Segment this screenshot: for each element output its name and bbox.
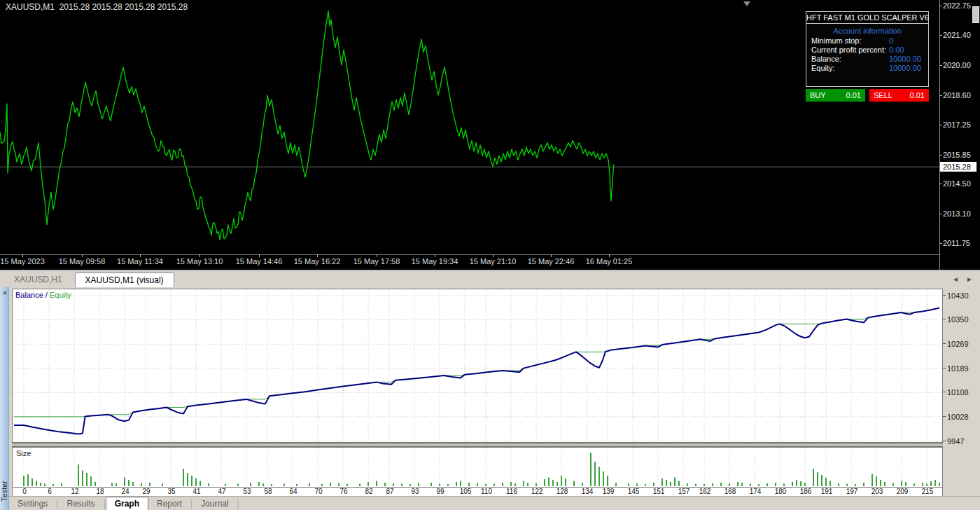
price-line-chart[interactable] bbox=[0, 0, 939, 254]
graph-x-label: 87 bbox=[386, 488, 393, 495]
time-axis-label: 16 May 01:25 bbox=[586, 257, 633, 266]
ea-row-value: 0.00 bbox=[889, 46, 904, 55]
price-axis-label: 2022.75 bbox=[943, 1, 971, 10]
axis-corner-box bbox=[972, 6, 979, 23]
ea-info-row: Current profit percent:0.00 bbox=[806, 46, 928, 55]
buy-button[interactable]: BUY 0.01 bbox=[806, 89, 865, 102]
buy-lot-value: 0.01 bbox=[846, 91, 861, 99]
graph-x-label: 12 bbox=[71, 488, 78, 495]
price-axis-tick bbox=[939, 243, 942, 244]
graph-x-label: 186 bbox=[800, 488, 812, 495]
price-axis-label: 2015.85 bbox=[943, 151, 971, 159]
graph-x-label: 168 bbox=[724, 488, 736, 495]
graph-x-label: 18 bbox=[96, 488, 104, 495]
graph-x-label: 209 bbox=[897, 488, 909, 495]
tab-xauusd-h1[interactable]: XAUUSD,H1 bbox=[4, 273, 72, 288]
graph-x-label: 122 bbox=[531, 488, 543, 495]
price-chart-area[interactable]: XAUUSD,M1 2015.28 2015.28 2015.28 2015.2… bbox=[0, 0, 980, 270]
legend-separator: / bbox=[43, 291, 50, 299]
tester-tab-bar: Settings|Results|GraphReport|Journal| bbox=[9, 496, 980, 510]
ea-row-value: 0 bbox=[889, 36, 893, 46]
ea-info-row: Balance:10000.00 bbox=[806, 55, 928, 64]
graph-x-axis: 0612182429354147535864707682879399105110… bbox=[12, 488, 943, 496]
graph-x-label: 203 bbox=[872, 488, 883, 495]
ea-info-row: Minimum stop:0 bbox=[806, 36, 928, 46]
ea-info-panel: HFT FAST M1 GOLD SCALPER V6 Account info… bbox=[806, 11, 929, 87]
time-axis-tick bbox=[551, 254, 552, 257]
price-axis-tick bbox=[939, 155, 942, 156]
time-axis-tick bbox=[259, 254, 260, 257]
tab-scroll-right-icon[interactable]: ► bbox=[965, 275, 974, 283]
tab-scroll-left-icon[interactable]: ◄ bbox=[951, 275, 960, 283]
graph-x-label: 82 bbox=[365, 488, 372, 495]
price-axis-separator bbox=[939, 0, 940, 270]
time-axis-label: 15 May 21:10 bbox=[470, 257, 517, 266]
price-axis-label: 2021.40 bbox=[943, 31, 971, 39]
close-icon[interactable]: × bbox=[1, 289, 9, 297]
ea-row-value: 10000.00 bbox=[889, 55, 921, 64]
graph-y-tick bbox=[943, 319, 946, 319]
time-axis-border bbox=[0, 254, 939, 255]
graph-x-label: 53 bbox=[243, 488, 251, 495]
time-axis-label: 15 May 11:34 bbox=[117, 257, 163, 266]
graph-legend: Balance / Equity bbox=[15, 291, 71, 299]
tester-panel-label: Tester bbox=[0, 481, 9, 502]
graph-x-label: 116 bbox=[506, 488, 517, 495]
time-axis-label: 15 May 17:58 bbox=[354, 257, 400, 266]
graph-x-label: 139 bbox=[603, 488, 615, 495]
graph-y-tick bbox=[943, 368, 946, 368]
price-axis-tick bbox=[939, 35, 942, 36]
time-axis-tick bbox=[609, 254, 610, 257]
tester-panel: × Tester Balance / Equity 10430103501026… bbox=[0, 287, 980, 510]
graph-x-label: 134 bbox=[582, 488, 594, 495]
legend-balance: Balance bbox=[15, 291, 43, 299]
time-axis-label: 15 May 09:58 bbox=[59, 257, 106, 266]
graph-x-label: 215 bbox=[922, 488, 934, 495]
mt4-strategy-tester-window: XAUUSD,M1 2015.28 2015.28 2015.28 2015.2… bbox=[0, 0, 980, 510]
tab-journal[interactable]: Journal bbox=[192, 498, 237, 509]
graph-x-label: 128 bbox=[556, 488, 568, 495]
graph-x-label: 24 bbox=[121, 488, 129, 495]
graph-x-label: 76 bbox=[340, 488, 347, 495]
balance-equity-chart bbox=[13, 289, 942, 442]
size-label: Size bbox=[16, 449, 31, 457]
price-axis-label: 2011.75 bbox=[943, 239, 970, 247]
ea-title: HFT FAST M1 GOLD SCALPER V6 bbox=[806, 12, 928, 24]
tab-report[interactable]: Report bbox=[148, 498, 190, 509]
graph-x-label: 0 bbox=[22, 488, 27, 495]
size-bar-chart bbox=[13, 448, 942, 487]
price-axis-tick bbox=[939, 184, 942, 184]
tab-graph[interactable]: Graph bbox=[106, 497, 148, 510]
time-axis-label: 15 May 16:22 bbox=[294, 257, 341, 266]
graph-x-label: 151 bbox=[653, 488, 665, 495]
time-axis-label: 15 May 14:46 bbox=[236, 257, 283, 266]
graph-x-label: 70 bbox=[314, 488, 322, 495]
time-axis-label: 15 May 13:10 bbox=[176, 257, 223, 266]
time-axis-tick bbox=[200, 254, 200, 257]
graph-x-label: 58 bbox=[264, 488, 272, 495]
sell-button[interactable]: SELL 0.01 bbox=[869, 89, 929, 102]
price-axis-tick bbox=[939, 6, 942, 6]
graph-x-label: 99 bbox=[436, 488, 444, 495]
graph-y-tick bbox=[943, 343, 946, 344]
graph-x-label: 29 bbox=[142, 488, 150, 495]
current-price-label: 2015.28 bbox=[940, 162, 976, 172]
tab-xauusd-m1-visual-[interactable]: XAUUSD,M1 (visual) bbox=[75, 273, 174, 288]
graph-x-label: 47 bbox=[218, 488, 225, 495]
tab-settings[interactable]: Settings bbox=[9, 498, 56, 509]
tab-separator: | bbox=[237, 499, 239, 509]
size-panel: Size bbox=[12, 447, 943, 488]
ea-row-label: Minimum stop: bbox=[811, 36, 862, 45]
chart-title: XAUUSD,M1 2015.28 2015.28 2015.28 2015.2… bbox=[6, 2, 188, 12]
graph-y-label: 10189 bbox=[947, 364, 969, 373]
tab-results[interactable]: Results bbox=[58, 498, 103, 509]
graph-y-label: 10028 bbox=[947, 413, 969, 421]
price-axis-label: 2020.00 bbox=[943, 61, 971, 69]
time-axis-tick bbox=[22, 254, 23, 257]
time-axis-label: 15 May 22:46 bbox=[528, 257, 575, 266]
tester-side-strip: × Tester bbox=[0, 287, 9, 510]
time-axis-tick bbox=[82, 254, 83, 257]
time-axis-tick bbox=[317, 254, 318, 257]
time-axis-tick bbox=[377, 254, 377, 257]
ea-section-title: Account information bbox=[806, 25, 928, 36]
